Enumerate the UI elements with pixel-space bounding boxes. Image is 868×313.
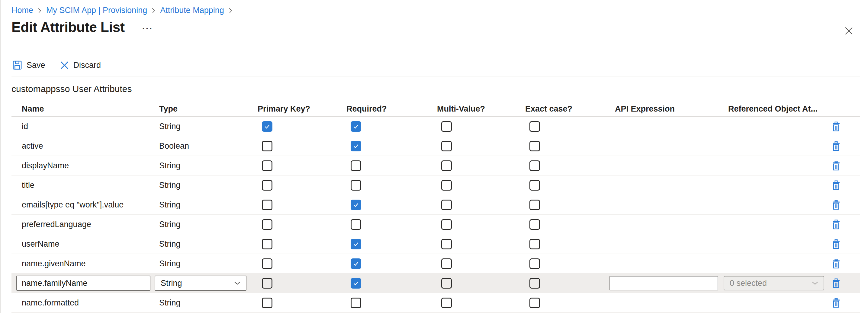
discard-label: Discard bbox=[73, 61, 101, 70]
table-row: titleString bbox=[11, 175, 860, 195]
multi-value-checkbox[interactable] bbox=[441, 161, 452, 171]
api-expression-input[interactable] bbox=[610, 276, 718, 290]
exact-case-checkbox[interactable] bbox=[529, 219, 540, 230]
primary-key-checkbox-cell bbox=[258, 141, 346, 151]
more-options-button[interactable]: ··· bbox=[142, 27, 153, 30]
exact-case-checkbox[interactable] bbox=[529, 121, 540, 132]
multi-value-checkbox-cell bbox=[437, 219, 525, 230]
breadcrumb-link-home[interactable]: Home bbox=[11, 6, 33, 15]
attribute-name-input[interactable] bbox=[16, 276, 150, 291]
delete-attribute-button[interactable] bbox=[832, 219, 840, 230]
attribute-type: String bbox=[159, 200, 181, 209]
required-checkbox[interactable] bbox=[351, 200, 361, 210]
exact-case-checkbox[interactable] bbox=[529, 180, 540, 190]
delete-attribute-button[interactable] bbox=[832, 298, 840, 308]
primary-key-checkbox[interactable] bbox=[262, 161, 272, 171]
primary-key-checkbox[interactable] bbox=[262, 239, 272, 249]
attribute-type-cell: String bbox=[159, 200, 258, 210]
primary-key-checkbox[interactable] bbox=[262, 141, 272, 151]
required-checkbox[interactable] bbox=[351, 239, 361, 249]
delete-attribute-button[interactable] bbox=[832, 180, 840, 190]
attribute-type-select[interactable]: String bbox=[155, 276, 246, 291]
exact-case-checkbox-cell bbox=[525, 258, 615, 269]
primary-key-checkbox[interactable] bbox=[262, 278, 272, 288]
required-checkbox[interactable] bbox=[351, 298, 361, 308]
required-checkbox[interactable] bbox=[351, 258, 361, 269]
delete-attribute-button[interactable] bbox=[832, 121, 840, 132]
required-checkbox[interactable] bbox=[351, 219, 361, 230]
exact-case-checkbox[interactable] bbox=[529, 200, 540, 210]
multi-value-checkbox[interactable] bbox=[441, 239, 452, 249]
required-checkbox[interactable] bbox=[351, 161, 361, 171]
column-header-type: Type bbox=[159, 104, 258, 114]
breadcrumb-link-attribute-mapping[interactable]: Attribute Mapping bbox=[160, 6, 224, 15]
delete-attribute-button[interactable] bbox=[832, 141, 840, 151]
required-checkbox[interactable] bbox=[351, 278, 361, 288]
attribute-name-cell: userName bbox=[11, 239, 159, 249]
table-row: preferredLanguageString bbox=[11, 215, 860, 234]
delete-attribute-button[interactable] bbox=[832, 258, 840, 269]
primary-key-checkbox[interactable] bbox=[262, 219, 272, 230]
exact-case-checkbox-cell bbox=[525, 180, 615, 190]
primary-key-checkbox-cell bbox=[258, 298, 346, 308]
exact-case-checkbox-cell bbox=[525, 121, 615, 132]
exact-case-checkbox[interactable] bbox=[529, 298, 540, 308]
multi-value-checkbox[interactable] bbox=[441, 278, 452, 288]
attribute-type: String bbox=[159, 181, 181, 190]
close-button[interactable] bbox=[843, 25, 854, 36]
attribute-type-cell: String bbox=[159, 298, 258, 308]
primary-key-checkbox[interactable] bbox=[262, 258, 272, 269]
delete-attribute-button[interactable] bbox=[832, 200, 840, 210]
section-title: customappsso User Attributes bbox=[11, 84, 132, 94]
multi-value-checkbox[interactable] bbox=[441, 200, 452, 210]
delete-attribute-button[interactable] bbox=[832, 239, 840, 249]
attribute-name: active bbox=[22, 141, 43, 150]
trash-icon bbox=[832, 259, 840, 269]
attribute-type-cell: String bbox=[159, 181, 258, 190]
chevron-right-icon bbox=[152, 8, 155, 13]
multi-value-checkbox[interactable] bbox=[441, 258, 452, 269]
exact-case-checkbox[interactable] bbox=[529, 258, 540, 269]
multi-value-checkbox[interactable] bbox=[441, 219, 452, 230]
attribute-type: String bbox=[159, 122, 181, 131]
required-checkbox[interactable] bbox=[351, 141, 361, 151]
breadcrumb-link-provisioning[interactable]: My SCIM App | Provisioning bbox=[46, 6, 147, 15]
delete-attribute-button[interactable] bbox=[832, 278, 840, 288]
column-header-api-expression: API Expression bbox=[615, 104, 728, 114]
trash-icon bbox=[832, 161, 840, 171]
primary-key-checkbox[interactable] bbox=[262, 121, 272, 132]
multi-value-checkbox[interactable] bbox=[441, 180, 452, 190]
multi-value-checkbox-cell bbox=[437, 180, 525, 190]
attribute-type-cell: String bbox=[159, 161, 258, 170]
attribute-type: String bbox=[159, 220, 181, 229]
attribute-name: preferredLanguage bbox=[22, 220, 91, 229]
referenced-object-select[interactable]: 0 selected bbox=[724, 276, 824, 290]
attribute-name-cell: title bbox=[11, 181, 159, 190]
exact-case-checkbox[interactable] bbox=[529, 161, 540, 171]
primary-key-checkbox[interactable] bbox=[262, 180, 272, 190]
exact-case-checkbox-cell bbox=[525, 141, 615, 151]
exact-case-checkbox[interactable] bbox=[529, 278, 540, 288]
primary-key-checkbox[interactable] bbox=[262, 298, 272, 308]
exact-case-checkbox-cell bbox=[525, 219, 615, 230]
primary-key-checkbox-cell bbox=[258, 278, 346, 288]
save-button[interactable]: Save bbox=[13, 61, 45, 70]
multi-value-checkbox[interactable] bbox=[441, 121, 452, 132]
primary-key-checkbox[interactable] bbox=[262, 200, 272, 210]
multi-value-checkbox[interactable] bbox=[441, 298, 452, 308]
delete-attribute-button[interactable] bbox=[832, 161, 840, 171]
multi-value-checkbox[interactable] bbox=[441, 141, 452, 151]
exact-case-checkbox[interactable] bbox=[529, 239, 540, 249]
attribute-name-cell: displayName bbox=[11, 161, 159, 170]
discard-button[interactable]: Discard bbox=[60, 61, 101, 70]
primary-key-checkbox-cell bbox=[258, 239, 346, 249]
attribute-name: userName bbox=[22, 239, 60, 248]
exact-case-checkbox[interactable] bbox=[529, 141, 540, 151]
required-checkbox[interactable] bbox=[351, 121, 361, 132]
table-row: activeBoolean bbox=[11, 136, 860, 156]
required-checkbox[interactable] bbox=[351, 180, 361, 190]
attribute-name: displayName bbox=[22, 161, 69, 170]
column-header-exact-case: Exact case? bbox=[525, 104, 615, 114]
trash-icon bbox=[832, 141, 840, 151]
table-row: userNameString bbox=[11, 234, 860, 254]
